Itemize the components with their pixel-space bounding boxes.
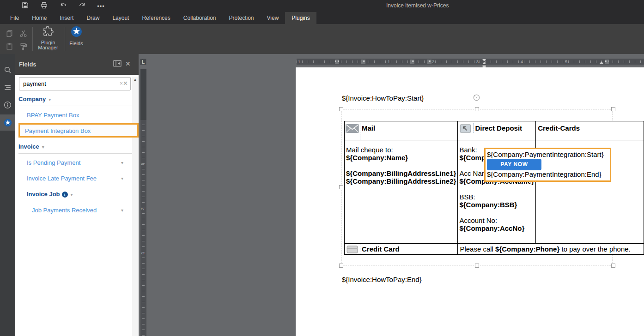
tab-insert[interactable]: Insert bbox=[53, 12, 80, 24]
mail-intro: Mail cheque to: bbox=[346, 146, 456, 154]
clear-search-icon[interactable]: ×✕ bbox=[120, 80, 128, 87]
search-input[interactable] bbox=[19, 77, 131, 90]
chevron-down-icon[interactable]: ▾ bbox=[121, 176, 123, 181]
table-column-marker[interactable] bbox=[335, 60, 339, 64]
ribbon-toolbar: Plugin Manager Fields bbox=[0, 24, 644, 54]
selection-handle-bottom-center[interactable] bbox=[475, 264, 479, 268]
field-item-invoice-late-payment-fee[interactable]: Invoice Late Payment Fee bbox=[27, 175, 97, 182]
chevron-down-icon[interactable]: ▾ bbox=[121, 160, 123, 165]
ruler-number: 3 bbox=[476, 60, 479, 64]
group-invoice-label: Invoice bbox=[18, 143, 39, 150]
cut-icon[interactable] bbox=[19, 30, 27, 37]
panel-scrollbar[interactable]: ▲ bbox=[132, 77, 138, 336]
table-column-marker[interactable] bbox=[361, 60, 365, 64]
redo-button[interactable] bbox=[78, 2, 86, 10]
credit-card-icon bbox=[345, 245, 360, 253]
tab-home[interactable]: Home bbox=[25, 12, 53, 24]
field-company-bsb: ${Company:BSB} bbox=[459, 201, 534, 209]
group-invoice-job-label: Invoice Job bbox=[27, 191, 60, 198]
selection-handle-top-right[interactable] bbox=[611, 107, 615, 111]
selection-handle-middle-left[interactable] bbox=[339, 185, 343, 189]
field-item-is-pending-payment[interactable]: Is Pending Payment bbox=[27, 159, 80, 166]
tab-stop-selector[interactable]: L bbox=[140, 59, 146, 65]
selection-handle-bottom-left[interactable] bbox=[339, 264, 343, 268]
application-window: ••• Invoice itemised w-Prices File Home … bbox=[0, 0, 644, 336]
blank-line bbox=[459, 209, 534, 216]
format-painter-icon[interactable] bbox=[19, 42, 27, 50]
pay-now-button[interactable]: PAY NOW bbox=[487, 159, 541, 170]
field-howtopay-end: ${Invoice:HowToPay:End} bbox=[342, 276, 422, 283]
plugin-manager-label: Plugin Manager bbox=[35, 40, 61, 50]
about-icon[interactable] bbox=[4, 101, 12, 109]
fields-plugin-button[interactable]: Fields bbox=[67, 26, 85, 46]
ruler-ticks bbox=[297, 60, 644, 63]
ruler-margin-zone bbox=[140, 69, 146, 120]
blank-line bbox=[459, 185, 534, 193]
tab-layout[interactable]: Layout bbox=[106, 12, 135, 24]
table-column-marker[interactable] bbox=[410, 60, 414, 64]
footer-cell-credit-card: Credit Card bbox=[345, 244, 458, 255]
save-button[interactable] bbox=[21, 2, 29, 10]
tab-references[interactable]: References bbox=[135, 12, 176, 24]
header-label-mail: Mail bbox=[360, 123, 375, 132]
field-company-acc-no: ${Company:AccNo} bbox=[459, 224, 534, 232]
menu-tab-bar: File Home Insert Draw Layout References … bbox=[0, 12, 644, 24]
tab-view[interactable]: View bbox=[261, 12, 286, 24]
search-icon[interactable] bbox=[4, 66, 12, 74]
tab-protection[interactable]: Protection bbox=[223, 12, 261, 24]
plugins-sidebar-item[interactable] bbox=[0, 114, 15, 131]
left-sidebar bbox=[0, 54, 15, 336]
ruler-number: 1 bbox=[298, 60, 300, 64]
group-invoice-job[interactable]: Invoice Jobi▾ bbox=[27, 191, 73, 198]
selection-handle-top-left[interactable] bbox=[339, 107, 343, 111]
field-item-bpay-payment-box[interactable]: BPAY Payment Box bbox=[27, 112, 79, 119]
titlebar: ••• Invoice itemised w-Prices bbox=[0, 0, 644, 12]
table-column-marker[interactable] bbox=[427, 60, 431, 64]
field-billing-address-line1: ${Company:BillingAddressLine1} bbox=[346, 169, 456, 177]
tab-collaboration[interactable]: Collaboration bbox=[177, 12, 223, 24]
right-indent-marker[interactable] bbox=[600, 61, 603, 64]
field-item-job-payments-received[interactable]: Job Payments Received bbox=[32, 207, 97, 214]
phone-text-suffix: to pay over the phone. bbox=[559, 245, 630, 253]
first-line-indent-marker[interactable] bbox=[482, 59, 486, 61]
plugin-manager-button[interactable]: Plugin Manager bbox=[35, 26, 61, 50]
divider bbox=[18, 106, 132, 106]
document-area: L 1 1 2 3 4 5 1 2 3 bbox=[139, 54, 644, 336]
fields-panel-header: Fields ✕ bbox=[15, 54, 139, 75]
ruler-number: 4 bbox=[521, 60, 523, 64]
navigation-icon[interactable] bbox=[4, 84, 12, 91]
scroll-up-icon[interactable]: ▲ bbox=[132, 78, 138, 82]
field-item-payment-integration-highlight: Payment Integration Box bbox=[18, 123, 139, 138]
quick-access-toolbar: ••• bbox=[21, 0, 105, 12]
group-company[interactable]: Company▾ bbox=[18, 96, 51, 102]
horizontal-ruler[interactable]: 1 1 2 3 4 5 bbox=[297, 59, 644, 65]
divider bbox=[18, 201, 132, 201]
field-item-payment-integration-box[interactable]: Payment Integration Box bbox=[25, 127, 91, 134]
table-column-marker[interactable] bbox=[605, 60, 609, 64]
vertical-ruler[interactable]: 1 2 3 bbox=[140, 69, 146, 336]
hanging-indent-marker[interactable] bbox=[482, 62, 486, 64]
chevron-down-icon[interactable]: ▾ bbox=[121, 208, 123, 213]
copy-icon[interactable] bbox=[6, 30, 13, 37]
print-button[interactable] bbox=[40, 2, 48, 10]
ruler-number: 5 bbox=[565, 60, 567, 64]
footer-label-credit-card: Credit Card bbox=[360, 245, 400, 253]
selection-handle-bottom-right[interactable] bbox=[611, 264, 615, 268]
header-label-direct-deposit: Direct Deposit bbox=[474, 123, 522, 132]
tab-draw[interactable]: Draw bbox=[80, 12, 106, 24]
undo-button[interactable] bbox=[59, 2, 67, 10]
payment-options-table: Mail Direct Deposit Credit-Cards bbox=[344, 121, 644, 255]
paste-icon[interactable] bbox=[6, 42, 13, 50]
field-company-name: ${Company:Name} bbox=[346, 154, 456, 162]
document-page: ${Invoice:HowToPay:Start} Mail bbox=[296, 67, 644, 336]
group-invoice[interactable]: Invoice▾ bbox=[18, 143, 44, 150]
close-icon[interactable]: ✕ bbox=[125, 60, 134, 67]
tab-file[interactable]: File bbox=[4, 12, 25, 24]
tab-plugins[interactable]: Plugins bbox=[285, 12, 316, 24]
header-cell-credit-cards: Credit-Cards bbox=[536, 121, 644, 140]
field-payment-integration-start: ${Company:PaymentIntegration:Start} bbox=[487, 150, 610, 158]
collapse-panel-icon[interactable] bbox=[113, 60, 122, 67]
rotate-handle-icon[interactable] bbox=[472, 93, 481, 102]
selection-handle-top-center[interactable] bbox=[475, 107, 479, 111]
more-button[interactable]: ••• bbox=[97, 2, 105, 10]
